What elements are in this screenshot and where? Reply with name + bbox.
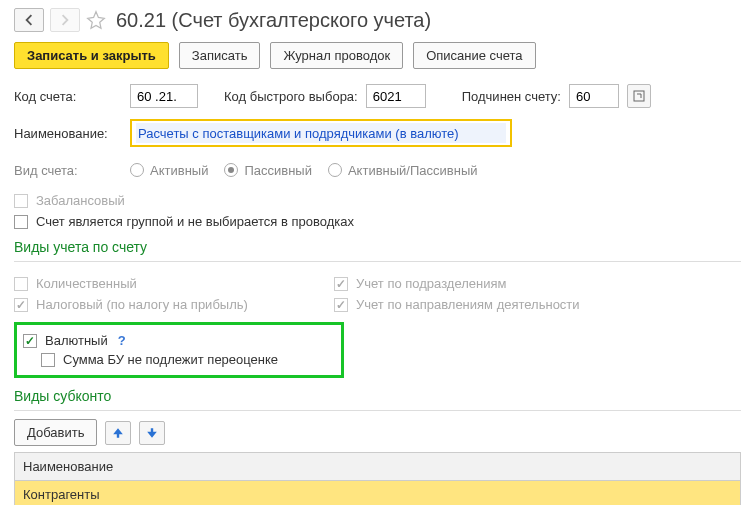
- currency-highlight-box: Валютный ? Сумма БУ не подлежит переоцен…: [14, 322, 344, 378]
- kind-radio-group: Активный Пассивный Активный/Пассивный: [130, 163, 478, 178]
- kind-passive: Пассивный: [224, 163, 312, 178]
- svg-rect-0: [634, 91, 644, 101]
- save-button[interactable]: Записать: [179, 42, 261, 69]
- move-down-button[interactable]: [139, 421, 165, 445]
- description-button[interactable]: Описание счета: [413, 42, 535, 69]
- qty-checkbox: [14, 277, 28, 291]
- divider-2: [14, 410, 741, 411]
- move-up-button[interactable]: [105, 421, 131, 445]
- grid-row[interactable]: Контрагенты: [15, 481, 740, 505]
- page-title: 60.21 (Счет бухгалтерского учета): [116, 9, 431, 32]
- nav-forward-button: [50, 8, 80, 32]
- grid-header-name[interactable]: Наименование: [15, 453, 740, 481]
- arrow-down-icon: [146, 427, 158, 439]
- no-reval-checkbox[interactable]: [41, 353, 55, 367]
- add-button[interactable]: Добавить: [14, 419, 97, 446]
- dept-label: Учет по подразделениям: [356, 276, 506, 291]
- help-icon[interactable]: ?: [118, 333, 126, 348]
- currency-checkbox[interactable]: [23, 334, 37, 348]
- direction-label: Учет по направлениям деятельности: [356, 297, 580, 312]
- tax-checkbox: [14, 298, 28, 312]
- quick-code-label: Код быстрого выбора:: [224, 89, 358, 104]
- divider: [14, 261, 741, 262]
- group-checkbox[interactable]: [14, 215, 28, 229]
- tax-label: Налоговый (по налогу на прибыль): [36, 297, 248, 312]
- kind-active-passive: Активный/Пассивный: [328, 163, 478, 178]
- qty-label: Количественный: [36, 276, 137, 291]
- quick-code-input[interactable]: [366, 84, 426, 108]
- journal-button[interactable]: Журнал проводок: [270, 42, 403, 69]
- nav-back-button[interactable]: [14, 8, 44, 32]
- favorite-star-icon[interactable]: [86, 10, 106, 30]
- subconto-title: Виды субконто: [14, 388, 741, 404]
- currency-label: Валютный: [45, 333, 108, 348]
- code-input[interactable]: [130, 84, 198, 108]
- arrow-right-icon: [59, 14, 71, 26]
- name-label: Наименование:: [14, 126, 122, 141]
- direction-checkbox: [334, 298, 348, 312]
- name-highlight: [130, 119, 512, 147]
- arrow-left-icon: [23, 14, 35, 26]
- group-label: Счет является группой и не выбирается в …: [36, 214, 354, 229]
- open-icon: [633, 90, 645, 102]
- dept-checkbox: [334, 277, 348, 291]
- name-input[interactable]: [136, 123, 506, 143]
- arrow-up-icon: [112, 427, 124, 439]
- accounting-types-title: Виды учета по счету: [14, 239, 741, 255]
- kind-label: Вид счета:: [14, 163, 122, 178]
- offbalance-checkbox: [14, 194, 28, 208]
- parent-label: Подчинен счету:: [462, 89, 561, 104]
- parent-input[interactable]: [569, 84, 619, 108]
- open-parent-button[interactable]: [627, 84, 651, 108]
- subconto-grid[interactable]: Наименование Контрагенты Договоры: [14, 452, 741, 505]
- kind-active: Активный: [130, 163, 208, 178]
- code-label: Код счета:: [14, 89, 122, 104]
- save-close-button[interactable]: Записать и закрыть: [14, 42, 169, 69]
- no-reval-label: Сумма БУ не подлежит переоценке: [63, 352, 278, 367]
- offbalance-label: Забалансовый: [36, 193, 125, 208]
